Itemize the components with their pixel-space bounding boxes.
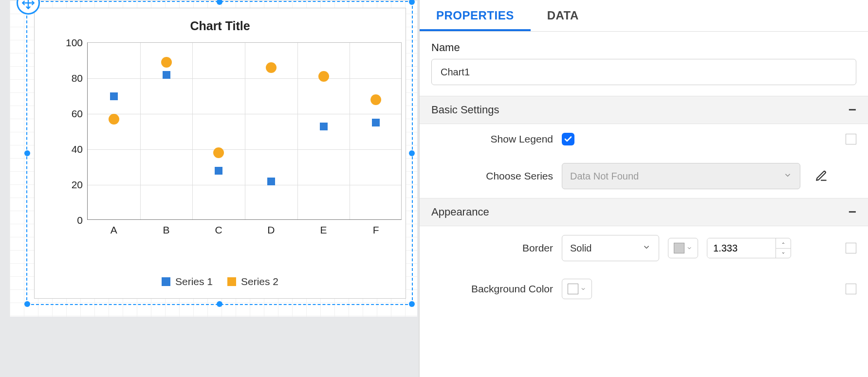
data-point — [163, 71, 170, 79]
legend-marker-series1 — [162, 277, 170, 286]
resize-handle-ml[interactable] — [24, 150, 30, 156]
border-style-dropdown[interactable]: Solid — [562, 235, 659, 261]
override-checkbox-bg[interactable] — [846, 284, 856, 294]
x-tick-label: D — [267, 224, 275, 236]
data-point — [215, 167, 222, 175]
section-basic-settings-label: Basic Settings — [431, 104, 499, 116]
row-border: Border Solid — [420, 226, 868, 270]
chart-title: Chart Title — [35, 19, 406, 33]
x-tick-label: B — [163, 224, 169, 236]
data-point — [267, 178, 275, 185]
legend-label-series1: Series 1 — [175, 276, 213, 287]
y-tick-label: 80 — [72, 72, 83, 84]
row-choose-series: Choose Series Data Not Found — [420, 154, 868, 198]
data-point — [109, 114, 119, 125]
data-point — [370, 94, 381, 105]
resize-handle-bm[interactable] — [217, 301, 222, 307]
resize-handle-tm[interactable] — [217, 0, 222, 5]
border-label: Border — [431, 242, 553, 254]
data-point — [320, 123, 328, 130]
border-style-value: Solid — [570, 243, 591, 254]
legend-item-series2: Series 2 — [227, 276, 278, 287]
show-legend-checkbox[interactable] — [562, 133, 574, 145]
background-color-label: Background Color — [431, 283, 553, 295]
y-tick-label: 0 — [77, 215, 83, 226]
override-checkbox-border[interactable] — [846, 243, 856, 253]
x-tick-label: E — [320, 224, 327, 236]
choose-series-dropdown[interactable]: Data Not Found — [562, 163, 800, 189]
legend-item-series1: Series 1 — [162, 276, 213, 287]
data-point — [266, 62, 277, 73]
data-point — [110, 92, 118, 100]
name-label: Name — [420, 32, 868, 59]
tab-data[interactable]: DATA — [531, 0, 595, 31]
border-color-swatch — [674, 243, 684, 253]
show-legend-label: Show Legend — [431, 133, 553, 145]
name-input[interactable] — [431, 59, 856, 85]
y-tick-label: 20 — [72, 179, 83, 191]
section-appearance[interactable]: Appearance − — [420, 198, 868, 226]
data-point — [161, 57, 172, 68]
border-width-stepper[interactable] — [707, 238, 791, 258]
background-color-picker[interactable] — [562, 279, 592, 299]
data-point — [318, 71, 329, 82]
panel-tabs: PROPERTIES DATA — [420, 0, 868, 32]
y-tick-label: 40 — [72, 144, 83, 155]
data-point — [213, 147, 224, 158]
x-tick-label: A — [111, 224, 117, 236]
chevron-down-icon — [783, 171, 792, 182]
background-color-swatch — [568, 284, 578, 294]
override-checkbox-show-legend[interactable] — [846, 134, 856, 144]
report-page[interactable]: Chart Title 020406080100ABCDEF Series 1 … — [10, 0, 417, 317]
chevron-down-icon — [642, 243, 651, 254]
design-canvas[interactable]: Chart Title 020406080100ABCDEF Series 1 … — [0, 0, 419, 377]
chart-legend: Series 1 Series 2 — [35, 276, 406, 287]
y-tick-label: 100 — [66, 37, 83, 49]
x-tick-label: F — [373, 224, 379, 236]
row-background-color: Background Color — [420, 270, 868, 308]
plot-area: 020406080100ABCDEF — [87, 42, 402, 220]
minus-icon: − — [849, 102, 856, 118]
stepper-up-button[interactable] — [776, 238, 791, 249]
minus-icon: − — [849, 204, 856, 220]
resize-handle-mr[interactable] — [409, 150, 415, 156]
legend-label-series2: Series 2 — [241, 276, 278, 287]
choose-series-placeholder: Data Not Found — [570, 171, 639, 182]
stepper-down-button[interactable] — [776, 249, 791, 258]
section-appearance-label: Appearance — [431, 206, 489, 218]
legend-marker-series2 — [227, 277, 236, 286]
properties-panel: PROPERTIES DATA Name Basic Settings − Sh… — [419, 0, 868, 377]
border-width-input[interactable] — [707, 238, 776, 258]
x-tick-label: C — [215, 224, 222, 236]
border-color-picker[interactable] — [668, 238, 698, 258]
resize-handle-bl[interactable] — [24, 301, 30, 307]
choose-series-label: Choose Series — [431, 170, 553, 182]
resize-handle-br[interactable] — [409, 301, 415, 307]
edit-series-button[interactable] — [814, 169, 829, 183]
section-basic-settings[interactable]: Basic Settings − — [420, 96, 868, 124]
chart-frame[interactable]: Chart Title 020406080100ABCDEF Series 1 … — [34, 8, 406, 299]
row-show-legend: Show Legend — [420, 124, 868, 154]
chart-selection-box[interactable]: Chart Title 020406080100ABCDEF Series 1 … — [26, 1, 413, 305]
y-tick-label: 60 — [72, 108, 83, 120]
tab-properties[interactable]: PROPERTIES — [420, 0, 531, 31]
data-point — [372, 119, 380, 126]
